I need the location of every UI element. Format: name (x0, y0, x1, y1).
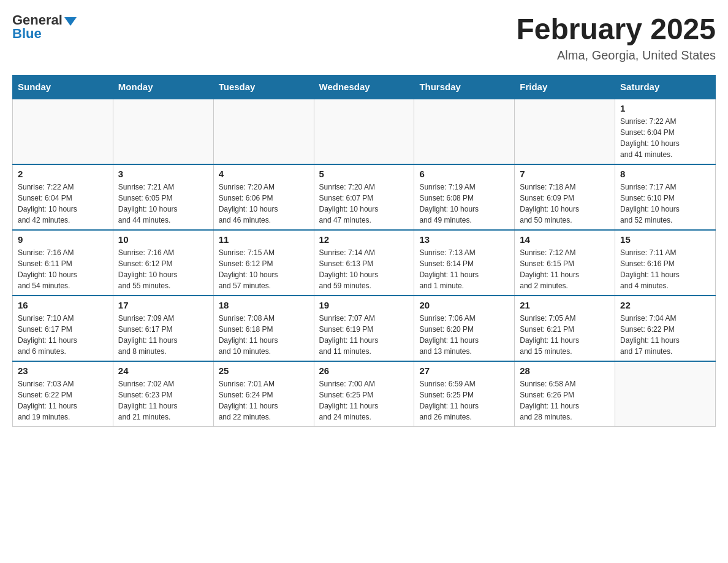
weekday-header-saturday: Saturday (615, 75, 716, 99)
page-header: General Blue February 2025 Alma, Georgia… (12, 12, 716, 63)
calendar-cell (515, 99, 615, 164)
weekday-header-wednesday: Wednesday (314, 75, 414, 99)
day-info: Sunrise: 7:14 AMSunset: 6:13 PMDaylight:… (319, 247, 409, 291)
calendar-cell: 3Sunrise: 7:21 AMSunset: 6:05 PMDaylight… (113, 164, 213, 230)
calendar-cell (13, 99, 113, 164)
day-number: 17 (118, 300, 208, 310)
calendar-cell: 20Sunrise: 7:06 AMSunset: 6:20 PMDayligh… (414, 296, 515, 361)
month-title: February 2025 (516, 12, 716, 46)
weekday-header-monday: Monday (113, 75, 213, 99)
calendar-cell: 13Sunrise: 7:13 AMSunset: 6:14 PMDayligh… (414, 230, 515, 296)
calendar-cell (113, 99, 213, 164)
calendar-cell: 11Sunrise: 7:15 AMSunset: 6:12 PMDayligh… (213, 230, 314, 296)
day-number: 12 (319, 234, 409, 245)
day-info: Sunrise: 7:03 AMSunset: 6:22 PMDaylight:… (18, 378, 108, 423)
day-info: Sunrise: 7:01 AMSunset: 6:24 PMDaylight:… (219, 378, 309, 423)
weekday-header-sunday: Sunday (13, 75, 113, 99)
calendar-cell (414, 99, 515, 164)
calendar-cell: 9Sunrise: 7:16 AMSunset: 6:11 PMDaylight… (13, 230, 113, 296)
day-info: Sunrise: 7:07 AMSunset: 6:19 PMDaylight:… (319, 313, 409, 357)
day-number: 24 (118, 366, 208, 376)
calendar-table: SundayMondayTuesdayWednesdayThursdayFrid… (12, 75, 716, 427)
day-number: 20 (419, 300, 509, 310)
week-row-1: 1Sunrise: 7:22 AMSunset: 6:04 PMDaylight… (13, 99, 716, 164)
calendar-cell: 23Sunrise: 7:03 AMSunset: 6:22 PMDayligh… (13, 361, 113, 427)
calendar-cell: 6Sunrise: 7:19 AMSunset: 6:08 PMDaylight… (414, 164, 515, 230)
calendar-cell (615, 361, 716, 427)
day-number: 26 (319, 366, 409, 376)
day-number: 28 (520, 366, 610, 376)
day-info: Sunrise: 7:04 AMSunset: 6:22 PMDaylight:… (620, 313, 710, 357)
calendar-cell: 21Sunrise: 7:05 AMSunset: 6:21 PMDayligh… (515, 296, 615, 361)
week-row-5: 23Sunrise: 7:03 AMSunset: 6:22 PMDayligh… (13, 361, 716, 427)
calendar-cell: 2Sunrise: 7:22 AMSunset: 6:04 PMDaylight… (13, 164, 113, 230)
calendar-cell: 4Sunrise: 7:20 AMSunset: 6:06 PMDaylight… (213, 164, 314, 230)
location-label: Alma, Georgia, United States (516, 48, 716, 63)
day-number: 10 (118, 234, 208, 245)
day-number: 3 (118, 169, 208, 179)
calendar-cell: 25Sunrise: 7:01 AMSunset: 6:24 PMDayligh… (213, 361, 314, 427)
day-number: 18 (219, 300, 309, 310)
day-number: 25 (219, 366, 309, 376)
week-row-2: 2Sunrise: 7:22 AMSunset: 6:04 PMDaylight… (13, 164, 716, 230)
day-info: Sunrise: 7:20 AMSunset: 6:06 PMDaylight:… (219, 182, 309, 226)
calendar-cell (314, 99, 414, 164)
day-number: 5 (319, 169, 409, 179)
day-number: 23 (18, 366, 108, 376)
day-info: Sunrise: 7:19 AMSunset: 6:08 PMDaylight:… (419, 182, 509, 226)
day-info: Sunrise: 7:18 AMSunset: 6:09 PMDaylight:… (520, 182, 610, 226)
calendar-cell: 7Sunrise: 7:18 AMSunset: 6:09 PMDaylight… (515, 164, 615, 230)
day-info: Sunrise: 7:22 AMSunset: 6:04 PMDaylight:… (18, 182, 108, 226)
day-number: 6 (419, 169, 509, 179)
calendar-cell: 16Sunrise: 7:10 AMSunset: 6:17 PMDayligh… (13, 296, 113, 361)
calendar-cell: 27Sunrise: 6:59 AMSunset: 6:25 PMDayligh… (414, 361, 515, 427)
day-info: Sunrise: 7:22 AMSunset: 6:04 PMDaylight:… (620, 116, 710, 160)
day-info: Sunrise: 7:10 AMSunset: 6:17 PMDaylight:… (18, 313, 108, 357)
day-info: Sunrise: 7:21 AMSunset: 6:05 PMDaylight:… (118, 182, 208, 226)
day-info: Sunrise: 7:11 AMSunset: 6:16 PMDaylight:… (620, 247, 710, 291)
calendar-cell: 19Sunrise: 7:07 AMSunset: 6:19 PMDayligh… (314, 296, 414, 361)
day-number: 19 (319, 300, 409, 310)
calendar-cell: 26Sunrise: 7:00 AMSunset: 6:25 PMDayligh… (314, 361, 414, 427)
day-number: 8 (620, 169, 710, 179)
day-info: Sunrise: 6:58 AMSunset: 6:26 PMDaylight:… (520, 378, 610, 423)
day-number: 21 (520, 300, 610, 310)
day-info: Sunrise: 7:13 AMSunset: 6:14 PMDaylight:… (419, 247, 509, 291)
weekday-header-tuesday: Tuesday (213, 75, 314, 99)
week-row-4: 16Sunrise: 7:10 AMSunset: 6:17 PMDayligh… (13, 296, 716, 361)
day-info: Sunrise: 7:16 AMSunset: 6:11 PMDaylight:… (18, 247, 108, 291)
calendar-cell: 14Sunrise: 7:12 AMSunset: 6:15 PMDayligh… (515, 230, 615, 296)
day-number: 15 (620, 234, 710, 245)
day-number: 27 (419, 366, 509, 376)
day-info: Sunrise: 7:09 AMSunset: 6:17 PMDaylight:… (118, 313, 208, 357)
day-number: 2 (18, 169, 108, 179)
week-row-3: 9Sunrise: 7:16 AMSunset: 6:11 PMDaylight… (13, 230, 716, 296)
day-info: Sunrise: 7:02 AMSunset: 6:23 PMDaylight:… (118, 378, 208, 423)
calendar-cell: 15Sunrise: 7:11 AMSunset: 6:16 PMDayligh… (615, 230, 716, 296)
day-info: Sunrise: 7:12 AMSunset: 6:15 PMDaylight:… (520, 247, 610, 291)
calendar-cell: 5Sunrise: 7:20 AMSunset: 6:07 PMDaylight… (314, 164, 414, 230)
calendar-cell (213, 99, 314, 164)
weekday-header-friday: Friday (515, 75, 615, 99)
day-number: 7 (520, 169, 610, 179)
day-number: 14 (520, 234, 610, 245)
calendar-cell: 24Sunrise: 7:02 AMSunset: 6:23 PMDayligh… (113, 361, 213, 427)
calendar-cell: 10Sunrise: 7:16 AMSunset: 6:12 PMDayligh… (113, 230, 213, 296)
calendar-cell: 28Sunrise: 6:58 AMSunset: 6:26 PMDayligh… (515, 361, 615, 427)
day-number: 22 (620, 300, 710, 310)
day-number: 1 (620, 103, 710, 113)
calendar-cell: 8Sunrise: 7:17 AMSunset: 6:10 PMDaylight… (615, 164, 716, 230)
calendar-cell: 1Sunrise: 7:22 AMSunset: 6:04 PMDaylight… (615, 99, 716, 164)
day-info: Sunrise: 7:17 AMSunset: 6:10 PMDaylight:… (620, 182, 710, 226)
day-info: Sunrise: 6:59 AMSunset: 6:25 PMDaylight:… (419, 378, 509, 423)
day-number: 4 (219, 169, 309, 179)
weekday-header-row: SundayMondayTuesdayWednesdayThursdayFrid… (13, 75, 716, 99)
day-info: Sunrise: 7:15 AMSunset: 6:12 PMDaylight:… (219, 247, 309, 291)
day-number: 11 (219, 234, 309, 245)
logo-blue-label: Blue (12, 26, 42, 42)
day-info: Sunrise: 7:05 AMSunset: 6:21 PMDaylight:… (520, 313, 610, 357)
day-info: Sunrise: 7:00 AMSunset: 6:25 PMDaylight:… (319, 378, 409, 423)
day-info: Sunrise: 7:20 AMSunset: 6:07 PMDaylight:… (319, 182, 409, 226)
weekday-header-thursday: Thursday (414, 75, 515, 99)
calendar-cell: 22Sunrise: 7:04 AMSunset: 6:22 PMDayligh… (615, 296, 716, 361)
